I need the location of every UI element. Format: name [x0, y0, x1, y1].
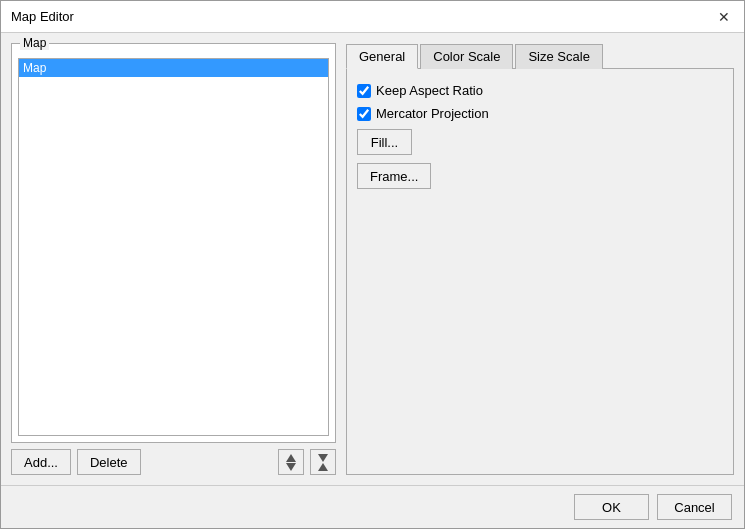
tab-content-general: Keep Aspect Ratio Mercator Projection Fi… [346, 69, 734, 475]
map-group-box: Map Map [11, 43, 336, 443]
tab-size-scale[interactable]: Size Scale [515, 44, 602, 69]
right-panel: General Color Scale Size Scale Keep Aspe… [346, 43, 734, 475]
keep-aspect-ratio-checkbox[interactable] [357, 84, 371, 98]
dialog-footer: OK Cancel [1, 485, 744, 528]
move-up-icon [286, 454, 296, 471]
ok-button[interactable]: OK [574, 494, 649, 520]
arrow-up-icon [286, 454, 296, 462]
map-editor-dialog: Map Editor ✕ Map Map Add... Delete [0, 0, 745, 529]
cancel-button[interactable]: Cancel [657, 494, 732, 520]
delete-button[interactable]: Delete [77, 449, 141, 475]
tab-general[interactable]: General [346, 44, 418, 69]
tabs: General Color Scale Size Scale [346, 43, 734, 69]
keep-aspect-ratio-label[interactable]: Keep Aspect Ratio [376, 83, 483, 98]
fill-button-row: Fill... [357, 129, 723, 155]
arrow-up-2-icon [318, 463, 328, 471]
close-button[interactable]: ✕ [714, 7, 734, 27]
add-button[interactable]: Add... [11, 449, 71, 475]
move-down-icon [318, 454, 328, 471]
mercator-projection-checkbox[interactable] [357, 107, 371, 121]
move-up-button[interactable] [278, 449, 304, 475]
move-down-button[interactable] [310, 449, 336, 475]
left-buttons: Add... Delete [11, 449, 336, 475]
fill-button[interactable]: Fill... [357, 129, 412, 155]
left-panel: Map Map Add... Delete [11, 43, 336, 475]
mercator-projection-label[interactable]: Mercator Projection [376, 106, 489, 121]
frame-button[interactable]: Frame... [357, 163, 431, 189]
arrow-down-2-icon [318, 454, 328, 462]
keep-aspect-ratio-row: Keep Aspect Ratio [357, 83, 723, 98]
frame-button-row: Frame... [357, 163, 723, 189]
map-list[interactable]: Map [18, 58, 329, 436]
arrow-down-icon [286, 463, 296, 471]
group-box-label: Map [20, 36, 49, 50]
dialog-title: Map Editor [11, 9, 74, 24]
mercator-projection-row: Mercator Projection [357, 106, 723, 121]
list-item[interactable]: Map [19, 59, 328, 77]
title-bar: Map Editor ✕ [1, 1, 744, 33]
tab-color-scale[interactable]: Color Scale [420, 44, 513, 69]
dialog-body: Map Map Add... Delete [1, 33, 744, 485]
